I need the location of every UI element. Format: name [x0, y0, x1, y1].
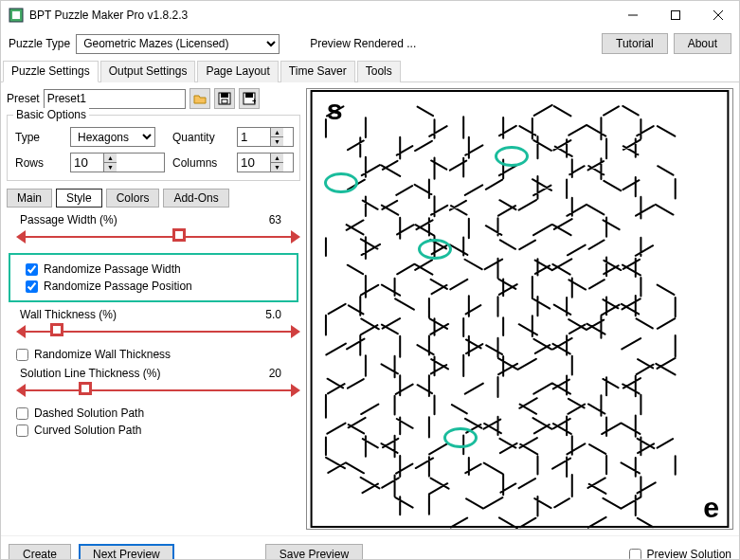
- svg-rect-1: [12, 11, 20, 19]
- solution-thickness-value: 20: [269, 367, 281, 380]
- close-button[interactable]: [696, 1, 739, 29]
- svg-rect-7: [221, 93, 228, 98]
- quantity-stepper[interactable]: ▲▼: [237, 127, 294, 147]
- preset-row: Preset +: [7, 88, 300, 109]
- settings-panel: Preset + Basic Options Type Hexagons Qua…: [7, 88, 300, 530]
- about-button[interactable]: About: [674, 33, 731, 54]
- randomize-highlight: Randomize Passage Width Randomize Passag…: [9, 253, 298, 302]
- open-preset-button[interactable]: [190, 88, 210, 109]
- subtab-style[interactable]: Style: [56, 189, 102, 208]
- basic-options-group: Basic Options Type Hexagons Quantity ▲▼ …: [7, 115, 300, 181]
- subtab-colors[interactable]: Colors: [106, 189, 160, 208]
- rows-label: Rows: [15, 156, 63, 170]
- maze-start-label: s: [327, 94, 343, 125]
- solution-thickness-slider-block: Solution Line Thickness (%) 20: [16, 367, 300, 399]
- curved-solution-checkbox[interactable]: Curved Solution Path: [16, 424, 300, 437]
- svg-rect-12: [312, 91, 729, 527]
- arrow-right-icon[interactable]: [291, 325, 300, 338]
- next-preview-button[interactable]: Next Preview: [79, 544, 174, 560]
- tab-puzzle-settings[interactable]: Puzzle Settings: [3, 61, 99, 82]
- passage-width-slider[interactable]: [16, 228, 300, 245]
- tab-output-settings[interactable]: Output Settings: [100, 61, 196, 82]
- work-area: Preset + Basic Options Type Hexagons Qua…: [1, 82, 739, 535]
- randomize-passage-position-checkbox[interactable]: Randomize Passage Position: [26, 280, 291, 293]
- save-preset-button[interactable]: [214, 88, 235, 109]
- tutorial-button[interactable]: Tutorial: [602, 33, 668, 54]
- wall-thickness-slider[interactable]: [16, 323, 300, 340]
- columns-label: Columns: [172, 156, 229, 170]
- toolbar-row: Puzzle Type Geometric Mazes (Licensed) P…: [1, 29, 739, 58]
- maze-svg: s e: [307, 89, 732, 529]
- save-preview-button[interactable]: Save Preview: [265, 544, 363, 560]
- wall-thickness-slider-block: Wall Thickness (%) 5.0: [16, 308, 300, 340]
- tab-tools[interactable]: Tools: [357, 61, 401, 82]
- preview-solution-checkbox[interactable]: Preview Solution: [629, 548, 731, 560]
- preset-input[interactable]: [44, 89, 186, 109]
- type-label: Type: [15, 131, 63, 144]
- bottom-bar: Create Next Preview Save Preview Preview…: [1, 535, 739, 560]
- passage-width-label: Passage Width (%): [20, 213, 117, 226]
- slider-thumb[interactable]: [50, 323, 63, 336]
- maximize-button[interactable]: [654, 1, 696, 29]
- quantity-label: Quantity: [172, 131, 229, 144]
- passage-width-slider-block: Passage Width (%) 63: [16, 213, 300, 245]
- puzzle-type-select[interactable]: Geometric Mazes (Licensed): [76, 34, 280, 54]
- arrow-right-icon[interactable]: [291, 384, 300, 397]
- basic-options-legend: Basic Options: [13, 108, 89, 121]
- preset-label: Preset: [7, 92, 40, 105]
- save-preset-as-button[interactable]: +: [239, 88, 260, 109]
- dashed-solution-checkbox[interactable]: Dashed Solution Path: [16, 406, 300, 420]
- rows-stepper[interactable]: ▲▼: [70, 153, 165, 172]
- chevron-down-icon[interactable]: ▼: [270, 137, 283, 146]
- maze-end-label: e: [703, 492, 719, 523]
- slider-thumb[interactable]: [172, 228, 186, 242]
- svg-text:+: +: [252, 97, 256, 105]
- main-tabstrip: Puzzle Settings Output Settings Page Lay…: [1, 60, 739, 82]
- minimize-button[interactable]: [611, 1, 654, 29]
- preview-status: Preview Rendered ...: [310, 37, 416, 50]
- wall-thickness-value: 5.0: [265, 308, 281, 321]
- puzzle-type-label: Puzzle Type: [9, 37, 70, 50]
- solution-thickness-label: Solution Line Thickness (%): [20, 367, 161, 380]
- svg-rect-3: [671, 11, 679, 20]
- type-select[interactable]: Hexagons: [70, 127, 155, 147]
- style-subtabs: Main Style Colors Add-Ons: [7, 189, 300, 208]
- solution-thickness-slider[interactable]: [16, 382, 300, 399]
- arrow-right-icon[interactable]: [291, 230, 300, 244]
- tab-time-saver[interactable]: Time Saver: [280, 61, 355, 82]
- randomize-wall-thickness-checkbox[interactable]: Randomize Wall Thickness: [16, 348, 300, 361]
- window-title: BPT Puzzle Maker Pro v1.8.2.3: [29, 9, 611, 22]
- randomize-passage-width-checkbox[interactable]: Randomize Passage Width: [26, 262, 291, 276]
- subtab-main[interactable]: Main: [7, 189, 52, 208]
- maze-preview: s e: [306, 88, 733, 530]
- titlebar: BPT Puzzle Maker Pro v1.8.2.3: [1, 1, 739, 29]
- wall-thickness-label: Wall Thickness (%): [20, 308, 117, 321]
- subtab-addons[interactable]: Add-Ons: [163, 189, 228, 208]
- passage-width-value: 63: [269, 213, 281, 226]
- tab-page-layout[interactable]: Page Layout: [197, 61, 278, 82]
- create-button[interactable]: Create: [9, 544, 71, 560]
- columns-stepper[interactable]: ▲▼: [237, 153, 294, 172]
- slider-thumb[interactable]: [79, 382, 92, 395]
- app-icon: [9, 8, 24, 23]
- chevron-up-icon[interactable]: ▲: [270, 128, 283, 137]
